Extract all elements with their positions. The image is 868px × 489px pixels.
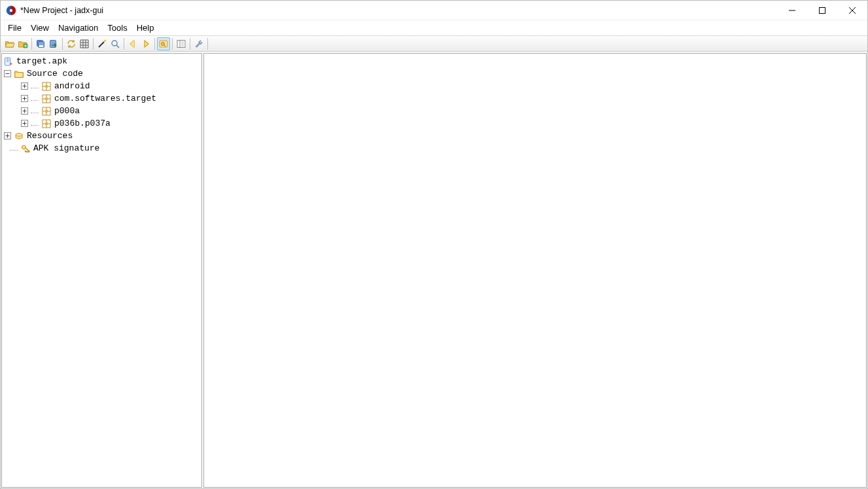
svg-rect-15	[160, 41, 167, 47]
tree-node-apk-signature[interactable]: APK signature	[3, 142, 201, 154]
search-icon	[110, 39, 120, 49]
key-icon	[20, 143, 31, 154]
tree-node-label: p000a	[53, 106, 80, 116]
wand-icon	[97, 39, 107, 49]
collapse-icon[interactable]	[3, 70, 11, 78]
tree-pane[interactable]: target.apk	[1, 53, 202, 488]
tree-node-package[interactable]: p000a	[3, 105, 201, 117]
sync-button[interactable]	[65, 37, 78, 50]
export-icon	[48, 39, 59, 49]
folder-add-icon	[18, 39, 28, 49]
deobfuscate-button[interactable]	[95, 37, 109, 50]
maximize-button[interactable]	[807, 1, 837, 20]
svg-point-13	[112, 41, 117, 46]
menu-view[interactable]: View	[26, 22, 54, 34]
app-icon	[6, 5, 16, 16]
quick-search-button[interactable]	[157, 37, 170, 50]
forward-button[interactable]	[139, 37, 152, 50]
expand-icon[interactable]	[20, 82, 28, 90]
svg-line-14	[116, 45, 119, 48]
svg-point-60	[24, 147, 25, 148]
toolbar-separator	[62, 38, 63, 50]
tree-node-label: com.softwares.target	[53, 94, 156, 103]
svg-point-47	[45, 109, 48, 113]
wrench-icon	[194, 39, 204, 49]
grid-icon	[79, 39, 90, 49]
tree-node-source-code[interactable]: Source code	[3, 67, 201, 80]
tree-node-label: Source code	[26, 69, 83, 79]
content-pane	[203, 53, 867, 488]
back-button[interactable]	[126, 37, 139, 50]
menubar: File View Navigation Tools Help	[1, 20, 867, 36]
tree-node-package[interactable]: com.softwares.target	[3, 92, 201, 105]
tree-connector	[31, 109, 39, 113]
save-all-button[interactable]	[34, 37, 47, 50]
menu-tools[interactable]: Tools	[103, 22, 131, 34]
tree-connector	[31, 84, 39, 88]
svg-point-33	[45, 84, 48, 88]
toolbar-separator	[190, 38, 190, 50]
menu-navigation[interactable]: Navigation	[54, 22, 103, 34]
toolbar-separator	[207, 38, 208, 50]
arrow-left-icon	[128, 39, 138, 49]
toolbar-separator	[93, 38, 94, 50]
package-icon	[41, 81, 52, 92]
tree-connector	[31, 97, 39, 101]
svg-point-58	[16, 134, 22, 136]
window-title: *New Project - jadx-gui	[20, 6, 103, 15]
export-button[interactable]	[47, 37, 60, 50]
tree-connector	[31, 122, 39, 126]
toolbar	[1, 36, 867, 52]
search-button[interactable]	[109, 37, 122, 50]
apk-icon	[3, 56, 14, 67]
svg-rect-9	[39, 45, 43, 47]
log-viewer-button[interactable]	[175, 37, 188, 50]
save-all-icon	[35, 39, 46, 49]
resources-icon	[14, 131, 24, 141]
menu-file[interactable]: File	[3, 22, 26, 34]
preferences-button[interactable]	[192, 37, 205, 50]
add-files-button[interactable]	[16, 37, 29, 50]
svg-rect-3	[820, 7, 825, 13]
package-icon	[41, 118, 52, 129]
svg-point-1	[10, 9, 12, 11]
titlebar: *New Project - jadx-gui	[1, 1, 867, 20]
quick-search-icon	[158, 39, 169, 49]
tree-node-label: p036b.p037a	[53, 118, 111, 128]
panel-icon	[176, 39, 186, 49]
open-folder-button[interactable]	[3, 37, 16, 50]
svg-point-40	[45, 97, 48, 100]
svg-line-11	[99, 42, 104, 47]
tree-node-label: android	[53, 81, 90, 91]
tree-node-package[interactable]: p036b.p037a	[3, 117, 201, 130]
tree-node-package[interactable]: android	[3, 80, 201, 92]
minimize-button[interactable]	[777, 1, 807, 20]
folder-open-icon	[5, 39, 15, 49]
expand-icon[interactable]	[20, 95, 28, 103]
package-icon	[41, 94, 52, 104]
tree-node-label: APK signature	[32, 143, 99, 153]
tree-node-label: target.apk	[15, 56, 67, 66]
sync-icon	[66, 39, 77, 49]
tree-node-root[interactable]: target.apk	[3, 55, 201, 67]
package-icon	[41, 106, 52, 117]
flatten-packages-button[interactable]	[78, 37, 91, 50]
svg-point-54	[45, 122, 48, 125]
toolbar-separator	[172, 38, 173, 50]
toolbar-separator	[124, 38, 124, 50]
tree-node-resources[interactable]: Resources	[3, 130, 201, 142]
toolbar-separator	[31, 38, 32, 50]
expand-icon[interactable]	[20, 120, 28, 128]
tree-node-label: Resources	[26, 131, 73, 141]
toolbar-separator	[154, 38, 155, 50]
source-folder-icon	[14, 69, 24, 79]
menu-help[interactable]: Help	[132, 22, 159, 34]
arrow-right-icon	[141, 39, 151, 49]
tree-connector	[10, 147, 18, 151]
svg-rect-26	[16, 73, 22, 77]
close-button[interactable]	[837, 1, 867, 20]
expand-icon[interactable]	[3, 132, 11, 140]
expand-icon[interactable]	[20, 107, 28, 115]
